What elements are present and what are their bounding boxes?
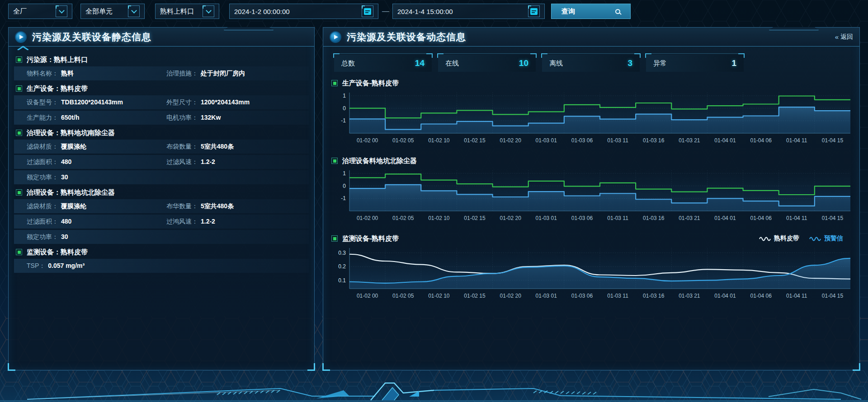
- info-cell: 设备型号：TDB1200*204143mm: [27, 98, 166, 107]
- green-square-icon: [331, 158, 338, 164]
- plant-select[interactable]: 全厂: [8, 4, 72, 19]
- info-cell: TSP：0.057 mg/m³: [27, 262, 166, 270]
- info-label: 滤袋材质：: [27, 202, 58, 210]
- svg-text:01-03 16: 01-03 16: [643, 293, 665, 299]
- svg-text:01-03 16: 01-03 16: [643, 215, 665, 221]
- info-section-title-text: 生产设备：熟料皮带: [27, 84, 88, 93]
- date-to-value: 2024-1-4 15:00:00: [397, 8, 528, 15]
- table-row: 额定功率：30: [14, 230, 309, 244]
- chart-title: 监测设备-熟料皮带: [342, 234, 399, 243]
- green-square-icon: [16, 189, 22, 196]
- svg-text:01-02 15: 01-02 15: [464, 137, 486, 144]
- source-select-value: 熟料上料口: [160, 7, 203, 16]
- chevron-down-icon[interactable]: [203, 5, 214, 17]
- info-cell: 过滤风速：1.2-2: [166, 158, 306, 166]
- svg-text:01-02 20: 01-02 20: [500, 137, 521, 144]
- stat-card: 总数14: [334, 55, 432, 72]
- stat-value: 1: [731, 58, 736, 68]
- table-row: 物料名称：熟料治理措施：处于封闭厂房内: [14, 66, 309, 80]
- stat-value: 14: [415, 58, 425, 68]
- svg-text:01-04 11: 01-04 11: [786, 215, 807, 221]
- info-cell: 过滤面积：480: [27, 158, 166, 166]
- chart-title-row: 监测设备-熟料皮带熟料皮带预警信: [330, 233, 855, 244]
- info-cell: 滤袋材质：覆膜涤纶: [27, 143, 166, 151]
- play-icon: [15, 31, 27, 43]
- svg-text:01-02 15: 01-02 15: [464, 293, 486, 299]
- info-label: 额定功率：: [27, 233, 58, 241]
- svg-text:0.3: 0.3: [338, 250, 346, 256]
- charts-area: 生产设备-熟料皮带10-101-02 0001-02 0501-02 1001-…: [323, 76, 859, 307]
- calendar-icon[interactable]: [528, 5, 540, 17]
- panel-header: 污染源及关联设备静态信息: [9, 28, 314, 47]
- info-value: 覆膜涤纶: [61, 143, 86, 151]
- info-value: 0.057 mg/m³: [48, 262, 85, 269]
- info-label: 设备型号：: [27, 98, 58, 107]
- date-range-separator: —: [382, 4, 389, 19]
- info-section-title: 污染源：熟料上料口: [14, 53, 309, 66]
- info-label: 滤袋材质：: [27, 143, 58, 151]
- info-value: 480: [61, 158, 71, 165]
- info-label: 布袋数量：: [166, 143, 198, 151]
- back-label: 返回: [840, 33, 853, 41]
- back-button[interactable]: « 返回: [835, 33, 853, 41]
- calendar-icon[interactable]: [362, 5, 373, 17]
- svg-text:01-04 01: 01-04 01: [714, 293, 736, 299]
- chart-section: 生产设备-熟料皮带10-101-02 0001-02 0501-02 1001-…: [330, 77, 855, 151]
- info-value: 132Kw: [201, 114, 221, 121]
- svg-text:01-02 00: 01-02 00: [357, 293, 378, 299]
- info-cell: 物料名称：熟料: [27, 70, 166, 78]
- svg-text:01-03 21: 01-03 21: [679, 293, 700, 299]
- stat-label: 离线: [549, 59, 563, 68]
- chart-section: 治理设备料地坑北除尘器10-101-02 0001-02 0501-02 100…: [330, 155, 855, 229]
- right-panel-title: 污染源及关联设备动态信息: [347, 31, 466, 43]
- info-label: 布华数量：: [166, 202, 198, 210]
- info-label: 外型尺寸：: [166, 98, 198, 107]
- info-cell: 滤袋材质：覆膜涤纶: [27, 202, 166, 210]
- header-notch-decoration: [224, 27, 274, 30]
- filter-toolbar: 全厂 全部单元 熟料上料口 2024-1-2 00:00:00 — 2024-1…: [0, 4, 868, 19]
- info-cell: 生产能力：650t/h: [27, 114, 166, 122]
- info-label: 过滤风速：: [166, 158, 198, 166]
- source-select[interactable]: 熟料上料口: [155, 4, 219, 19]
- chevron-down-icon[interactable]: [128, 5, 140, 17]
- stats-row: 总数14在线10离线3异常1: [334, 55, 849, 72]
- unit-select[interactable]: 全部单元: [80, 4, 145, 19]
- stat-card-top-border: [438, 53, 536, 54]
- chart-title: 治理设备料地坑北除尘器: [342, 157, 417, 165]
- chart-legend: 熟料皮带预警信: [759, 234, 843, 243]
- svg-text:01-03 06: 01-03 06: [571, 137, 593, 144]
- stat-card: 离线3: [542, 55, 640, 72]
- svg-text:01-04 11: 01-04 11: [786, 137, 807, 144]
- chevron-down-icon[interactable]: [56, 5, 67, 17]
- green-square-icon: [331, 235, 338, 242]
- date-from-value: 2024-1-2 00:00:00: [234, 8, 362, 15]
- svg-text:01-04 15: 01-04 15: [822, 293, 844, 299]
- table-row: TSP：0.057 mg/m³: [14, 259, 309, 273]
- info-cell: 电机功率：132Kw: [166, 114, 306, 122]
- stat-label: 异常: [653, 59, 667, 68]
- info-section-title-text: 治理设备：熟料地坑北除尘器: [27, 188, 115, 197]
- date-to-input[interactable]: 2024-1-4 15:00:00: [392, 4, 545, 19]
- legend-item[interactable]: 预警信: [809, 234, 843, 243]
- chart-title-row: 治理设备料地坑北除尘器: [330, 155, 855, 167]
- info-label: 过鸿风速：: [166, 218, 198, 226]
- table-row: 过滤面积：480过鸿风速：1.2-2: [14, 215, 309, 229]
- info-cell: 布华数量：5室共480条: [166, 202, 306, 210]
- info-cell: 过滤面积：480: [27, 218, 166, 226]
- info-value: 5室共480条: [201, 143, 234, 151]
- info-cell: 额定功率：30: [27, 173, 166, 182]
- static-info-panel: 污染源及关联设备静态信息 污染源：熟料上料口物料名称：熟料治理措施：处于封闭厂房…: [8, 27, 315, 370]
- svg-text:01-04 01: 01-04 01: [714, 215, 736, 221]
- table-row: 设备型号：TDB1200*204143mm外型尺寸：1200*204143mm: [14, 95, 309, 109]
- legend-item[interactable]: 熟料皮带: [759, 234, 799, 243]
- info-section-title-text: 治理设备：熟料地坑南除尘器: [27, 129, 115, 137]
- green-square-icon: [16, 56, 22, 63]
- info-label: 额定功率：: [27, 173, 58, 182]
- info-section-title-text: 污染源：熟料上料口: [27, 56, 88, 64]
- query-button[interactable]: 查询: [551, 4, 631, 19]
- green-square-icon: [16, 249, 22, 255]
- svg-text:01-04 06: 01-04 06: [750, 137, 772, 144]
- info-label: 电机功率：: [166, 114, 198, 122]
- date-from-input[interactable]: 2024-1-2 00:00:00: [229, 4, 378, 19]
- info-value: TDB1200*204143mm: [61, 98, 123, 106]
